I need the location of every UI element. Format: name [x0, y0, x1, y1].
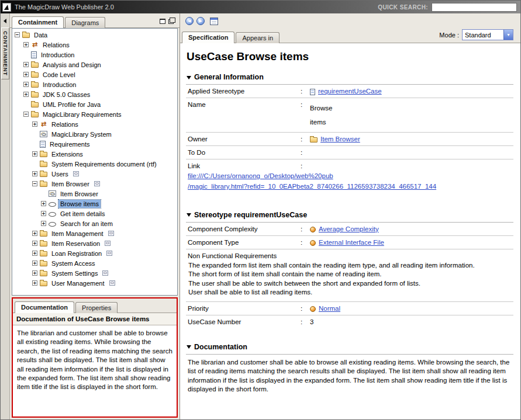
expand-toggle-icon[interactable]: +: [23, 72, 29, 77]
mode-value: Standard: [463, 32, 503, 39]
tree-item[interactable]: +Code Level: [12, 70, 177, 79]
tree-item[interactable]: UML Profile for Java: [12, 99, 177, 109]
section-header[interactable]: General Information: [186, 71, 513, 85]
expand-toggle-icon[interactable]: +: [32, 251, 37, 256]
select-in-tree-icon[interactable]: [210, 18, 218, 25]
property-colon: :: [301, 239, 310, 246]
tree-item[interactable]: +Extensions: [12, 149, 177, 159]
relations-icon: ⇄: [31, 41, 39, 48]
value-link[interactable]: External Interface File: [319, 239, 384, 246]
property-colon: :: [301, 88, 310, 95]
property-label: Applied Stereotype: [186, 88, 301, 95]
property-row: Priority:Normal: [186, 302, 513, 315]
collapse-triangle-icon: [187, 76, 191, 79]
expand-toggle-icon[interactable]: +: [41, 221, 46, 226]
property-row-head: Link:: [186, 162, 513, 169]
tree-item[interactable]: −Item Browser: [12, 179, 177, 189]
float-panel-icon[interactable]: [168, 19, 174, 24]
tree-item[interactable]: Introduction: [12, 50, 177, 60]
expand-toggle-icon[interactable]: +: [23, 42, 29, 47]
tree-item[interactable]: +Loan Registration: [12, 248, 177, 258]
tree-item[interactable]: +Introduction: [12, 79, 177, 89]
history-forward-icon[interactable]: ▶: [196, 17, 205, 25]
expand-toggle-icon[interactable]: +: [32, 241, 37, 246]
collapse-toggle-icon[interactable]: −: [23, 112, 29, 117]
tree-item[interactable]: +Users: [12, 169, 177, 179]
tab-properties[interactable]: Properties: [75, 302, 118, 313]
tree-item[interactable]: +System Settings: [12, 268, 177, 278]
expand-toggle-icon[interactable]: +: [23, 92, 29, 97]
value-link[interactable]: requirementUseCase: [318, 88, 382, 95]
property-colon: :: [301, 318, 310, 325]
history-back-icon[interactable]: ◀: [185, 17, 194, 25]
tab-specification[interactable]: Specification: [182, 32, 234, 43]
expand-toggle-icon[interactable]: +: [41, 201, 46, 206]
tree-item[interactable]: +System Access: [12, 258, 177, 268]
diagram-icon: [40, 131, 47, 137]
expand-toggle-icon[interactable]: +: [32, 270, 37, 276]
expand-toggle-icon[interactable]: +: [23, 82, 29, 87]
value-link[interactable]: Item Browser: [320, 136, 360, 143]
value-link[interactable]: file:///C:/Users/ornanong_o/Desktop/web%…: [186, 169, 513, 193]
property-row: Applied Stereotype:requirementUseCase: [186, 85, 513, 98]
value-link[interactable]: Normal: [319, 305, 340, 312]
tab-diagrams[interactable]: Diagrams: [65, 17, 105, 28]
tab-containment[interactable]: Containment: [12, 16, 64, 28]
expand-toggle-icon[interactable]: +: [32, 151, 37, 157]
expand-toggle-icon[interactable]: +: [41, 211, 46, 216]
documentation-panel: Documentation Properties Documentation o…: [12, 297, 178, 418]
enum-icon: [310, 240, 316, 246]
tree-item[interactable]: −Data: [12, 30, 177, 40]
tree-item[interactable]: Item Browser: [12, 189, 177, 199]
section-header[interactable]: Documentation: [186, 341, 513, 355]
property-label: Component Complexity: [186, 225, 301, 232]
expand-toggle-icon[interactable]: +: [32, 122, 37, 127]
tree-item[interactable]: Requirements: [12, 139, 177, 149]
quick-search-input[interactable]: [432, 3, 517, 12]
tree-item[interactable]: +Browse items: [12, 199, 177, 209]
mode-select[interactable]: Standard ▼: [462, 29, 513, 40]
folder-icon: [40, 251, 47, 256]
containment-tabbar: Containment Diagrams: [10, 13, 180, 28]
tree-item[interactable]: +⇄Relations: [12, 119, 177, 129]
property-value: Normal: [310, 305, 340, 312]
tab-appears-in[interactable]: Appears in: [236, 32, 280, 43]
expand-toggle-icon[interactable]: +: [32, 231, 37, 236]
expand-toggle-icon[interactable]: +: [32, 171, 37, 176]
tree-item[interactable]: +Search for an item: [12, 218, 177, 228]
tree-item[interactable]: +Item Reservation: [12, 238, 177, 248]
property-value: Browse items: [310, 101, 332, 129]
tree-item[interactable]: +⇄Relations: [12, 40, 177, 50]
tree-item-label: MagicLibrary Requirements: [41, 110, 123, 119]
expand-toggle-icon[interactable]: +: [32, 280, 37, 286]
value-link[interactable]: Average Complexity: [319, 225, 379, 232]
tree-item-label: Users: [50, 170, 70, 178]
section-header[interactable]: Stereotype requirementUseCase: [186, 209, 513, 223]
tab-documentation[interactable]: Documentation: [15, 301, 74, 313]
expand-toggle-icon[interactable]: +: [23, 62, 29, 67]
property-label: Non Functional Requirements: [186, 252, 301, 259]
tree-item[interactable]: +Get item details: [12, 209, 177, 218]
tree-item[interactable]: MagicLibrary System: [12, 129, 177, 139]
property-row: To Do:: [186, 146, 513, 159]
property-row: Owner:Item Browser: [186, 133, 513, 146]
tree-item[interactable]: +Analysis and Design: [12, 60, 177, 70]
collapse-toggle-icon[interactable]: −: [32, 181, 37, 186]
tree-item[interactable]: −MagicLibrary Requirements: [12, 109, 177, 119]
mode-dropdown-icon[interactable]: ▼: [503, 30, 513, 40]
tree-item[interactable]: System Requirements document (rtf): [12, 159, 177, 169]
expand-toggle-icon[interactable]: +: [32, 261, 37, 266]
property-colon: :: [301, 305, 310, 312]
diagram-suffix-icon: [108, 231, 114, 236]
tree-item[interactable]: +User Management: [12, 278, 177, 288]
collapse-strip-icon[interactable]: [4, 19, 6, 23]
folder-icon: [40, 182, 47, 187]
documentation-text: The librarian and customer shall be able…: [13, 325, 177, 395]
collapse-toggle-icon[interactable]: −: [15, 32, 20, 37]
hide-panel-icon[interactable]: [160, 19, 165, 24]
containment-panel: Containment Diagrams −Data+⇄RelationsInt…: [10, 13, 180, 419]
containment-strip-label[interactable]: CONTAINMENT: [1, 27, 9, 79]
tree-item[interactable]: +JDK 5.0 Classes: [12, 89, 177, 99]
section-title: Stereotype requirementUseCase: [194, 211, 307, 219]
tree-item[interactable]: +Item Management: [12, 228, 177, 238]
